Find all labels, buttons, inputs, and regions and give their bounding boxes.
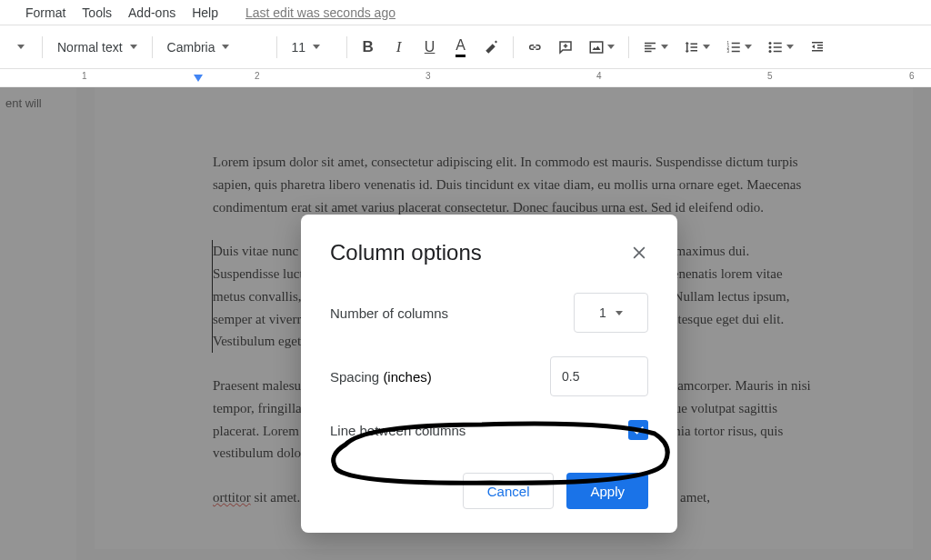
font-size-label: 11	[292, 40, 306, 55]
number-of-columns-value: 1	[599, 305, 606, 320]
workspace: ent will Lorem ipsum dolor sit amet, con…	[0, 87, 931, 560]
add-comment-button[interactable]	[552, 34, 579, 61]
chevron-down-icon	[703, 45, 710, 49]
close-icon	[630, 244, 648, 262]
insert-link-button[interactable]	[521, 34, 548, 61]
font-size-dropdown[interactable]: 11	[285, 34, 339, 61]
ruler-mark: 3	[425, 71, 431, 81]
decrease-indent-button[interactable]	[804, 34, 831, 61]
numbered-list-button[interactable]: 123	[720, 34, 758, 61]
menu-format[interactable]: Format	[25, 5, 65, 20]
dialog-title: Column options	[330, 240, 482, 265]
paragraph-style-label: Normal text	[57, 40, 123, 55]
chevron-down-icon	[616, 311, 623, 315]
bulleted-list-button[interactable]	[762, 34, 800, 61]
toolbar-dropdown-icon[interactable]	[7, 34, 35, 61]
spacing-row: Spacing (inches)	[330, 356, 648, 396]
chevron-down-icon	[607, 45, 615, 49]
ruler-mark: 4	[596, 71, 602, 81]
line-between-label: Line between columns	[330, 423, 466, 438]
check-icon	[631, 423, 646, 437]
chevron-down-icon	[786, 45, 794, 49]
apply-button[interactable]: Apply	[566, 473, 648, 509]
text-color-button[interactable]: A	[447, 34, 475, 61]
svg-point-4	[769, 42, 772, 45]
line-between-row: Line between columns	[330, 420, 648, 440]
last-edit-status[interactable]: Last edit was seconds ago	[245, 5, 395, 20]
svg-rect-0	[590, 42, 603, 53]
svg-text:3: 3	[727, 49, 730, 54]
number-of-columns-label: Number of columns	[330, 305, 448, 321]
chevron-down-icon	[222, 45, 229, 49]
align-button[interactable]	[636, 34, 675, 61]
menu-bar: Format Tools Add-ons Help Last edit was …	[0, 0, 931, 25]
chevron-down-icon	[661, 45, 668, 49]
underline-button[interactable]: U	[416, 34, 444, 61]
horizontal-ruler[interactable]: 1 2 3 4 5 6	[0, 69, 931, 87]
svg-point-6	[769, 50, 772, 53]
highlight-button[interactable]	[478, 34, 506, 61]
spacing-input[interactable]	[550, 356, 648, 396]
chevron-down-icon	[745, 45, 752, 49]
ruler-mark: 2	[255, 71, 260, 81]
paragraph-style-dropdown[interactable]: Normal text	[50, 34, 145, 61]
font-family-dropdown[interactable]: Cambria	[160, 34, 269, 61]
close-button[interactable]	[630, 244, 648, 262]
indent-marker-icon[interactable]	[194, 75, 203, 82]
insert-image-button[interactable]	[583, 34, 621, 61]
spacing-label: Spacing (inches)	[330, 369, 432, 385]
cancel-button[interactable]: Cancel	[463, 473, 555, 509]
number-of-columns-select[interactable]: 1	[574, 293, 648, 333]
menu-tools[interactable]: Tools	[82, 5, 112, 20]
menu-addons[interactable]: Add-ons	[128, 5, 175, 20]
italic-button[interactable]: I	[385, 34, 413, 61]
line-between-checkbox[interactable]	[628, 420, 648, 440]
ruler-mark: 6	[909, 71, 915, 81]
svg-point-5	[769, 45, 772, 48]
ruler-mark: 1	[82, 71, 87, 81]
ruler-mark: 5	[767, 71, 773, 81]
menu-help[interactable]: Help	[192, 5, 218, 20]
number-of-columns-row: Number of columns 1	[330, 293, 648, 333]
font-family-label: Cambria	[167, 40, 215, 55]
chevron-down-icon	[130, 45, 137, 49]
column-options-dialog: Column options Number of columns 1 Spaci…	[301, 215, 677, 533]
bold-button[interactable]: B	[355, 34, 382, 61]
toolbar: Normal text Cambria 11 B I U A 123	[0, 25, 931, 69]
chevron-down-icon	[313, 45, 320, 49]
line-spacing-button[interactable]	[678, 34, 716, 61]
